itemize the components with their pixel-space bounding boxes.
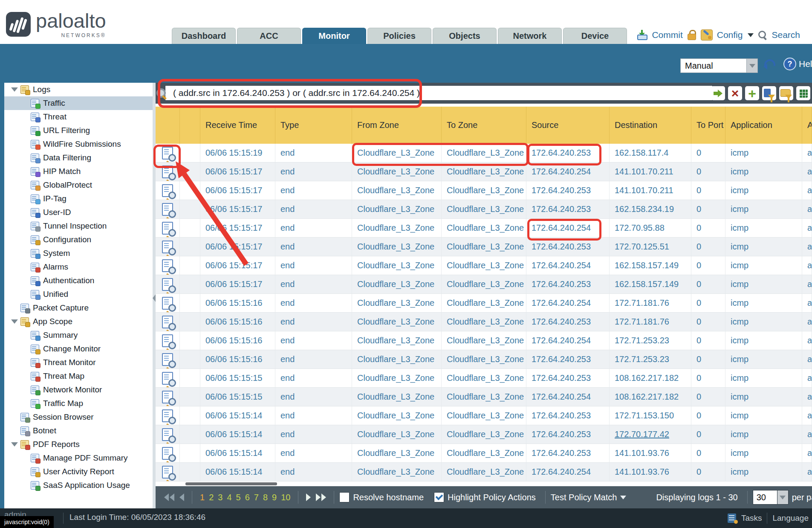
sidebar-item-manage-pdf-summary[interactable]: Manage PDF Summary [4, 451, 153, 465]
column-header-destination[interactable]: Destination [610, 107, 691, 144]
log-row-cell-time[interactable]: 06/06 15:15:16 [200, 294, 275, 313]
log-row-cell-src[interactable]: 172.64.240.254 [526, 388, 610, 406]
page-number-1[interactable]: 1 [200, 493, 205, 502]
log-row-cell-time[interactable]: 06/06 15:15:17 [200, 181, 275, 200]
log-row-cell-app[interactable]: icmp [725, 444, 802, 463]
log-row-cell-app[interactable]: icmp [725, 219, 802, 238]
prev-page-button[interactable] [177, 493, 187, 501]
log-row-cell-from[interactable]: Cloudflare_L3_Zone [352, 256, 442, 275]
page-number-5[interactable]: 5 [236, 493, 241, 502]
log-row-cell-from[interactable]: Cloudflare_L3_Zone [352, 162, 442, 181]
test-policy-match-button[interactable]: Test Policy Match [551, 493, 627, 502]
column-header-receive-time[interactable]: Receive Time [200, 107, 275, 144]
log-row-cell-action[interactable]: al [802, 200, 812, 219]
log-row-cell-time[interactable]: 06/06 15:15:15 [200, 369, 275, 388]
page-number-3[interactable]: 3 [218, 493, 223, 502]
sidebar-item-ip-tag[interactable]: IP-Tag [4, 192, 153, 206]
log-detail-magnifier-icon[interactable] [162, 222, 173, 235]
log-row-cell-app[interactable]: icmp [725, 238, 802, 256]
log-row-cell-port[interactable]: 0 [691, 444, 725, 463]
page-number-6[interactable]: 6 [245, 493, 250, 502]
commit-button[interactable]: Commit [652, 30, 682, 40]
tab-policies[interactable]: Policies [367, 28, 431, 44]
tab-monitor[interactable]: Monitor [302, 28, 366, 44]
log-row-cell-to[interactable]: Cloudflare_L3_Zone [442, 162, 526, 181]
log-row-cell-to[interactable]: Cloudflare_L3_Zone [442, 331, 526, 350]
help-button[interactable]: ? Help [783, 58, 812, 70]
log-row-cell-dst[interactable]: 141.101.93.76 [610, 444, 691, 463]
log-row-cell-src[interactable]: 172.64.240.254 [526, 331, 610, 350]
log-detail-magnifier-icon[interactable] [162, 428, 173, 441]
log-row-cell-dst[interactable]: 141.101.70.211 [610, 162, 691, 181]
log-row-cell-src[interactable]: 172.64.240.253 [526, 238, 610, 256]
log-row-cell-app[interactable]: icmp [725, 350, 802, 369]
log-row-cell-app[interactable]: icmp [725, 294, 802, 313]
collapse-sidebar-icon[interactable] [153, 294, 156, 302]
log-row-cell-to[interactable]: Cloudflare_L3_Zone [442, 200, 526, 219]
log-row-cell-time[interactable]: 06/06 15:15:15 [200, 388, 275, 406]
expand-collapse-icon[interactable] [11, 87, 18, 92]
sidebar-item-data-filtering[interactable]: Data Filtering [4, 151, 153, 165]
log-row-cell-src[interactable]: 172.64.240.254 [526, 219, 610, 238]
load-filter-icon[interactable] [779, 86, 793, 100]
log-row-cell-from[interactable]: Cloudflare_L3_Zone [352, 406, 442, 425]
log-row-cell-type[interactable]: end [275, 463, 352, 482]
log-row-cell-type[interactable]: end [275, 425, 352, 444]
sidebar-item-unified[interactable]: Unified [4, 287, 153, 301]
log-row-cell-time[interactable]: 06/06 15:15:17 [200, 162, 275, 181]
column-header-type[interactable]: Type [275, 107, 352, 144]
log-row-cell-src[interactable]: 172.64.240.253 [526, 275, 610, 294]
tab-dashboard[interactable]: Dashboard [172, 28, 236, 44]
sidebar-item-app-scope[interactable]: App Scope [4, 315, 153, 328]
log-row-cell-action[interactable]: al [802, 162, 812, 181]
log-row-cell-from[interactable]: Cloudflare_L3_Zone [352, 144, 442, 162]
log-row-cell-action[interactable]: al [802, 294, 812, 313]
log-row-cell-src[interactable]: 172.64.240.253 [526, 369, 610, 388]
log-row-cell-to[interactable]: Cloudflare_L3_Zone [442, 425, 526, 444]
log-row-cell-to[interactable]: Cloudflare_L3_Zone [442, 313, 526, 331]
log-row-cell-app[interactable]: icmp [725, 406, 802, 425]
scrollbar-thumb[interactable] [185, 482, 277, 485]
log-row-cell-from[interactable]: Cloudflare_L3_Zone [352, 444, 442, 463]
column-header-a[interactable]: A [802, 107, 812, 144]
log-row-cell-dst[interactable]: 162.158.234.19 [610, 200, 691, 219]
log-row-cell-from[interactable]: Cloudflare_L3_Zone [352, 275, 442, 294]
sidebar-item-hip-match[interactable]: HIP Match [4, 165, 153, 178]
log-row-cell-app[interactable]: icmp [725, 144, 802, 162]
page-number-4[interactable]: 4 [227, 493, 231, 502]
page-number-10[interactable]: 10 [281, 493, 290, 502]
log-row-cell-dst[interactable]: 172.71.253.23 [610, 331, 691, 350]
sidebar-item-saas-application-usage[interactable]: SaaS Application Usage [4, 479, 153, 492]
expand-collapse-icon[interactable] [11, 442, 18, 447]
column-header-from-zone[interactable]: From Zone [352, 107, 442, 144]
log-row-cell-to[interactable]: Cloudflare_L3_Zone [442, 350, 526, 369]
log-row-cell-port[interactable]: 0 [691, 181, 725, 200]
log-row-cell-from[interactable]: Cloudflare_L3_Zone [352, 294, 442, 313]
first-page-button[interactable] [162, 493, 177, 501]
sidebar-item-threat-monitor[interactable]: Threat Monitor [4, 356, 153, 369]
log-filter-input[interactable] [165, 85, 713, 101]
log-row-cell-to[interactable]: Cloudflare_L3_Zone [442, 219, 526, 238]
log-row-cell-dst[interactable]: 172.71.153.150 [610, 406, 691, 425]
log-row-cell-action[interactable]: al [802, 144, 812, 162]
log-row-cell-action[interactable]: al [802, 388, 812, 406]
page-number-2[interactable]: 2 [209, 493, 214, 502]
sidebar-item-traffic[interactable]: Traffic [4, 96, 153, 110]
sidebar-item-traffic-map[interactable]: Traffic Map [4, 397, 153, 410]
log-row-cell-type[interactable]: end [275, 275, 352, 294]
log-detail-magnifier-icon[interactable] [162, 334, 173, 347]
log-row-cell-port[interactable]: 0 [691, 275, 725, 294]
log-row-cell-action[interactable]: al [802, 463, 812, 482]
log-row-cell-type[interactable]: end [275, 331, 352, 350]
log-row-cell-app[interactable]: icmp [725, 275, 802, 294]
export-csv-icon[interactable] [796, 86, 810, 100]
log-detail-magnifier-icon[interactable] [162, 297, 173, 310]
refresh-interval-dropdown-button[interactable] [747, 58, 758, 73]
log-row-cell-dst[interactable]: 172.70.177.42 [610, 425, 691, 444]
log-row-cell-dst[interactable]: 141.101.70.211 [610, 181, 691, 200]
log-row-cell-app[interactable]: icmp [725, 369, 802, 388]
tab-acc[interactable]: ACC [237, 28, 301, 44]
log-row-cell-port[interactable]: 0 [691, 313, 725, 331]
log-row-cell-src[interactable]: 172.64.240.253 [526, 406, 610, 425]
tasks-button[interactable]: Tasks [741, 513, 762, 523]
